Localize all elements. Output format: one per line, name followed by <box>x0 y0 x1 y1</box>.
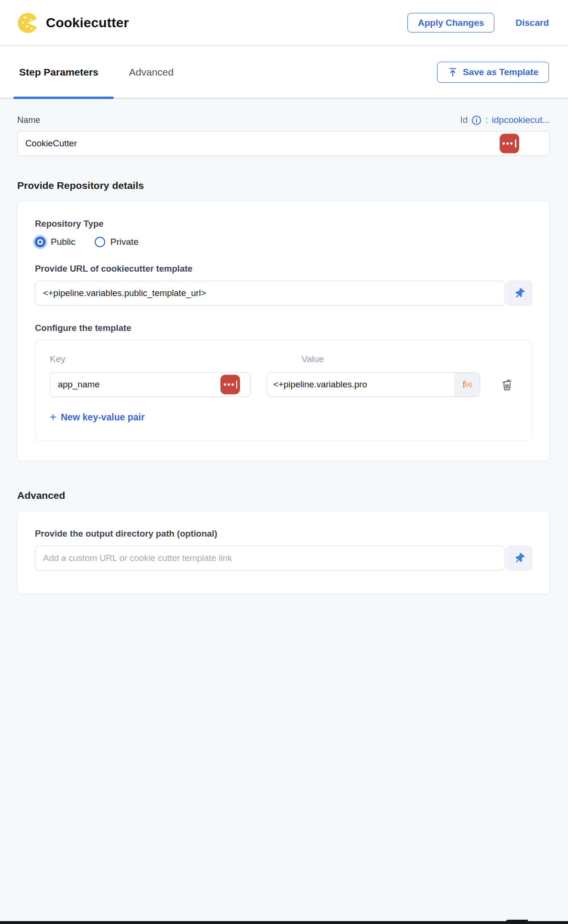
name-label: Name <box>17 115 40 125</box>
cookiecutter-logo-icon <box>17 12 38 33</box>
step-parameters-content: Name Id : idpcookiecut... Provide Reposi… <box>0 99 568 924</box>
window-bottom-edge <box>0 921 568 924</box>
radio-option-private[interactable]: Private <box>95 237 139 247</box>
template-url-label: Provide URL of cookiecutter template <box>35 264 532 274</box>
repository-details-card: Repository Type Public Private Provide U… <box>17 201 550 461</box>
template-url-group <box>35 281 532 306</box>
repository-section-title: Provide Repository details <box>17 180 550 191</box>
add-pair-label: New key-value pair <box>61 412 145 423</box>
value-column-header: Value <box>267 354 480 364</box>
output-directory-input[interactable] <box>35 546 505 571</box>
name-input-shell <box>17 131 550 156</box>
configure-template-label: Configure the template <box>35 323 532 333</box>
repository-type-label: Repository Type <box>35 219 532 229</box>
cookiecutter-step-panel: Cookiecutter Apply Changes Discard Step … <box>0 0 568 924</box>
id-separator: : <box>485 115 488 125</box>
apply-changes-button[interactable]: Apply Changes <box>407 13 494 33</box>
pin-button[interactable] <box>506 281 532 306</box>
pin-button[interactable] <box>506 546 532 571</box>
radio-option-public[interactable]: Public <box>35 237 76 247</box>
apply-changes-label: Apply Changes <box>418 18 484 27</box>
tab-step-parameters-label: Step Parameters <box>19 66 98 78</box>
repository-type-radio-group: Public Private <box>35 237 532 247</box>
add-key-value-pair-button[interactable]: + New key-value pair <box>50 411 517 423</box>
radio-selected-icon <box>35 237 45 247</box>
key-value-card: Key Value f(x) <box>35 340 532 440</box>
tab-bar: Step Parameters Advanced Save as Templat… <box>0 46 568 99</box>
output-directory-group <box>35 546 532 571</box>
tab-advanced-label: Advanced <box>129 66 174 78</box>
value-input[interactable] <box>267 373 455 396</box>
radio-public-label: Public <box>51 237 76 247</box>
output-directory-label: Provide the output directory path (optio… <box>35 528 532 539</box>
advanced-card: Provide the output directory path (optio… <box>17 511 550 594</box>
tab-advanced[interactable]: Advanced <box>127 46 175 98</box>
info-icon[interactable] <box>471 115 481 125</box>
trash-icon <box>501 378 513 391</box>
radio-private-label: Private <box>110 237 139 247</box>
name-row: Name Id : idpcookiecut... <box>17 115 550 125</box>
thumbtack-icon <box>512 286 526 300</box>
thumbtack-icon <box>512 551 526 565</box>
name-input[interactable] <box>17 131 550 156</box>
radio-unselected-icon <box>95 237 105 247</box>
discard-button[interactable]: Discard <box>515 18 549 28</box>
template-url-input[interactable] <box>35 281 505 306</box>
key-value-grid: Key Value f(x) <box>50 354 517 397</box>
fixed-value-type-icon[interactable] <box>220 375 240 395</box>
key-input-shell <box>50 372 251 397</box>
expression-fx-icon[interactable]: f(x) <box>455 373 480 396</box>
upload-icon <box>448 67 458 77</box>
plus-icon: + <box>50 411 56 423</box>
id-label: Id <box>460 115 468 125</box>
id-value[interactable]: idpcookiecut... <box>492 115 550 125</box>
discard-label: Discard <box>515 18 549 28</box>
fx-sub: (x) <box>465 381 472 388</box>
fixed-value-type-icon[interactable] <box>500 134 519 154</box>
advanced-section-title: Advanced <box>17 490 550 501</box>
panel-header: Cookiecutter Apply Changes Discard <box>0 0 568 46</box>
key-column-header: Key <box>50 354 251 364</box>
delete-row-button[interactable] <box>496 372 517 397</box>
save-as-template-button[interactable]: Save as Template <box>437 62 549 83</box>
value-input-group: f(x) <box>267 372 480 397</box>
page-title: Cookiecutter <box>46 15 129 31</box>
tab-step-parameters[interactable]: Step Parameters <box>17 46 100 98</box>
active-tab-underline <box>13 97 114 99</box>
save-as-template-label: Save as Template <box>463 67 538 77</box>
step-id: Id : idpcookiecut... <box>460 115 550 125</box>
